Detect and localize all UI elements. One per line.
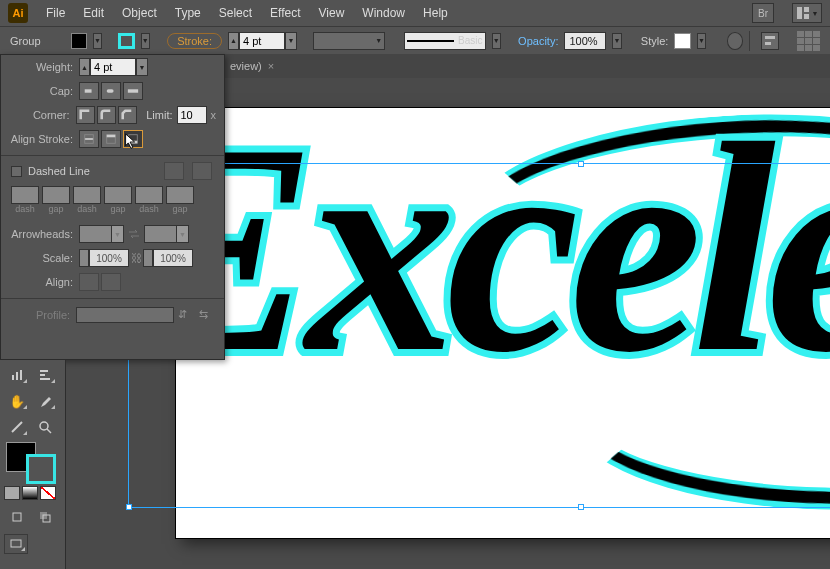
svg-rect-24	[11, 540, 21, 547]
profile-label: Profile:	[9, 309, 70, 321]
none-mode-button[interactable]	[40, 486, 56, 500]
gap-3-input	[166, 186, 194, 204]
cap-round-button[interactable]	[101, 82, 121, 100]
brush-name: Basic	[458, 35, 482, 46]
bar-graph-tool[interactable]	[32, 364, 58, 386]
dash-align-button	[192, 162, 212, 180]
fill-stroke-control[interactable]	[6, 442, 56, 484]
bridge-button[interactable]: Br	[752, 3, 774, 23]
stroke-weight-input[interactable]	[239, 32, 285, 50]
slice-tool[interactable]	[4, 416, 30, 438]
style-dropdown[interactable]: ▼	[697, 33, 706, 49]
zoom-tool[interactable]	[32, 416, 58, 438]
weight-label: Weight:	[9, 61, 73, 73]
menu-view[interactable]: View	[319, 6, 345, 20]
stroke-panel: Weight: ▲ ▼ Cap: Corner: Limit: x Align …	[0, 54, 225, 360]
tools-panel: ✋	[0, 360, 66, 569]
opacity-dropdown[interactable]: ▼	[612, 33, 621, 49]
corner-bevel-button[interactable]	[118, 106, 137, 124]
stroke-swatch[interactable]	[118, 33, 135, 49]
limit-x-symbol: x	[211, 109, 217, 121]
weight-dropdown-icon[interactable]: ▼	[136, 58, 148, 76]
arrange-documents-button[interactable]: ▼	[792, 3, 822, 23]
weight-spin-up-icon[interactable]: ▲	[79, 58, 90, 76]
align-stroke-center-button[interactable]	[79, 130, 99, 148]
weight-stepper[interactable]: ▲ ▼	[79, 58, 148, 76]
draw-normal-button[interactable]	[4, 506, 30, 528]
document-tab-label[interactable]: eview)	[230, 60, 262, 72]
align-panel-button[interactable]	[797, 31, 820, 51]
fill-swatch[interactable]	[71, 33, 87, 49]
gap-1-label: gap	[42, 204, 70, 214]
arrow-scale-start	[79, 249, 129, 267]
graphic-style-swatch[interactable]	[674, 33, 690, 49]
corner-round-button[interactable]	[97, 106, 116, 124]
swap-arrows-icon	[127, 227, 141, 241]
artboard: Excele	[176, 108, 830, 538]
dash-1-label: dash	[11, 204, 39, 214]
svg-rect-6	[107, 89, 114, 92]
color-mode-button[interactable]	[4, 486, 20, 500]
stroke-dropdown[interactable]: ▼	[141, 33, 150, 49]
eyedropper-tool[interactable]	[32, 390, 58, 412]
stroke-weight-control[interactable]: ▲ ▼	[228, 32, 297, 50]
draw-behind-button[interactable]	[32, 506, 58, 528]
arrow-align-extend-button	[79, 273, 99, 291]
align-button-1[interactable]	[761, 32, 779, 50]
svg-rect-21	[13, 513, 21, 521]
svg-rect-17	[40, 370, 48, 372]
limit-label: Limit:	[146, 109, 172, 121]
hand-tool[interactable]: ✋	[4, 390, 30, 412]
align-stroke-label: Align Stroke:	[9, 133, 73, 145]
menu-object[interactable]: Object	[122, 6, 157, 20]
selection-handle[interactable]	[126, 504, 132, 510]
menu-help[interactable]: Help	[423, 6, 448, 20]
dash-2-input	[73, 186, 101, 204]
selection-handle[interactable]	[578, 161, 584, 167]
svg-rect-14	[12, 375, 14, 380]
column-graph-tool[interactable]	[4, 364, 30, 386]
dash-1-input	[11, 186, 39, 204]
cap-butt-button[interactable]	[79, 82, 99, 100]
arrowheads-label: Arrowheads:	[9, 228, 73, 240]
cap-projecting-button[interactable]	[123, 82, 143, 100]
fill-dropdown[interactable]: ▼	[93, 33, 102, 49]
recolor-artwork-button[interactable]	[727, 32, 743, 50]
dash-2-label: dash	[73, 204, 101, 214]
svg-point-20	[40, 422, 48, 430]
stroke-color-box[interactable]	[26, 454, 56, 484]
menu-window[interactable]: Window	[362, 6, 405, 20]
dash-3-input	[135, 186, 163, 204]
document-tab-close[interactable]: ×	[268, 60, 274, 72]
gap-2-input	[104, 186, 132, 204]
corner-miter-button[interactable]	[76, 106, 95, 124]
brush-dropdown-arrow[interactable]: ▼	[492, 33, 501, 49]
width-profile-dropdown[interactable]	[76, 307, 174, 323]
align-stroke-inside-button[interactable]	[101, 130, 121, 148]
dash-preserve-button	[164, 162, 184, 180]
miter-limit-input[interactable]	[177, 106, 207, 124]
main-menu-bar: Ai File Edit Object Type Select Effect V…	[0, 0, 830, 26]
align-stroke-outside-button[interactable]	[123, 130, 143, 148]
vw-profile-dropdown[interactable]: ▼	[313, 32, 385, 50]
opacity-input[interactable]	[564, 32, 606, 50]
gap-2-label: gap	[104, 204, 132, 214]
menu-type[interactable]: Type	[175, 6, 201, 20]
stroke-panel-link[interactable]: Stroke:	[167, 33, 222, 49]
dashed-line-checkbox[interactable]	[11, 166, 22, 177]
screen-mode-button[interactable]	[4, 534, 28, 554]
arrow-start-dropdown: ▼	[79, 225, 124, 243]
menu-effect[interactable]: Effect	[270, 6, 300, 20]
brush-definition-dropdown[interactable]: Basic	[404, 32, 486, 50]
weight-input[interactable]	[90, 58, 136, 76]
selection-handle[interactable]	[578, 504, 584, 510]
menu-edit[interactable]: Edit	[83, 6, 104, 20]
dashed-line-label: Dashed Line	[28, 165, 90, 177]
selection-bounding-box[interactable]	[128, 163, 830, 508]
svg-rect-7	[128, 89, 138, 92]
menu-select[interactable]: Select	[219, 6, 252, 20]
opacity-panel-link[interactable]: Opacity:	[518, 35, 558, 47]
svg-rect-11	[107, 135, 116, 138]
menu-file[interactable]: File	[46, 6, 65, 20]
gradient-mode-button[interactable]	[22, 486, 38, 500]
